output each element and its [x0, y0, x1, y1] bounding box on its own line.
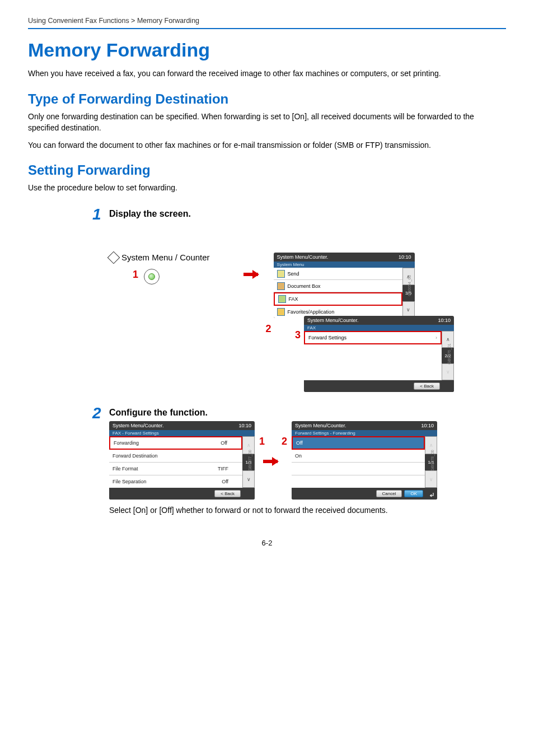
- step-2-note: Select [On] or [Off] whether to forward …: [109, 505, 506, 516]
- row-forward-destination[interactable]: Forward Destination: [109, 450, 242, 463]
- screen-system-menu: System Menu/Counter. 10:10 System Menu S…: [274, 253, 415, 318]
- scroll-down-button[interactable]: ∨: [425, 470, 437, 488]
- screen-b-header: System Menu/Counter.: [307, 318, 359, 323]
- screen-b-crumb: FAX: [304, 325, 454, 331]
- send-icon: [277, 270, 285, 278]
- page-title: Memory Forwarding: [28, 39, 506, 61]
- section-type-p2: You can forward the document to other fa…: [28, 140, 506, 151]
- ok-button[interactable]: OK: [404, 490, 423, 497]
- step-number-1: 1: [92, 206, 101, 223]
- screen-b-time: 10:10: [438, 318, 451, 323]
- system-menu-counter-label: System Menu / Counter: [109, 253, 210, 262]
- step2-marker-2: 2: [282, 436, 287, 447]
- back-button[interactable]: < Back: [214, 490, 241, 497]
- option-on[interactable]: On: [292, 450, 425, 463]
- physical-button[interactable]: [144, 269, 160, 284]
- scroll-down-button[interactable]: ∨: [442, 363, 454, 380]
- fax-icon: [278, 295, 286, 303]
- screen-2b-header: System Menu/Counter.: [295, 423, 346, 428]
- figure-ref-b: GB0376_01: [447, 344, 451, 365]
- menu-item-docbox[interactable]: Document Box: [274, 280, 402, 292]
- scroll-down-button[interactable]: ∨: [242, 470, 255, 488]
- chevron-right-icon: ›: [432, 332, 437, 344]
- empty-row: [292, 463, 425, 475]
- menu-item-send[interactable]: Send: [274, 268, 402, 280]
- menu-item-forward-settings[interactable]: Forward Settings ›: [304, 331, 442, 344]
- breadcrumb: Using Convenient Fax Functions > Memory …: [28, 17, 506, 29]
- star-icon: [277, 308, 285, 316]
- empty-row: [292, 475, 425, 488]
- row-forwarding[interactable]: Forwarding Off: [109, 436, 242, 450]
- screen-forwarding-onoff: System Menu/Counter. 10:10 Forward Setti…: [292, 421, 437, 500]
- enter-icon: [429, 492, 434, 498]
- screen-a-header: System Menu/Counter.: [277, 254, 329, 260]
- button-led-icon: [148, 273, 155, 280]
- step-2-title: Configure the function.: [109, 408, 506, 418]
- section-setting-heading: Setting Forwarding: [28, 162, 506, 178]
- screen-a-crumb: System Menu: [274, 262, 415, 268]
- cancel-button[interactable]: Cancel: [376, 490, 402, 497]
- screen-2b-crumb: Forward Settings - Forwarding: [292, 430, 437, 436]
- figure-ref-2b: GB0378_00: [430, 450, 434, 471]
- back-button[interactable]: < Back: [414, 382, 440, 390]
- diamond-icon: [107, 251, 120, 264]
- step1-marker-3: 3: [295, 329, 301, 341]
- box-icon: [277, 282, 285, 290]
- section-type-heading: Type of Forwarding Destination: [28, 91, 506, 107]
- intro-text: When you have received a fax, you can fo…: [28, 69, 506, 78]
- section-setting-p1: Use the procedure below to set forwardin…: [28, 183, 506, 194]
- step2-marker-1: 1: [259, 436, 265, 447]
- screen-2a-time: 10:10: [238, 423, 251, 428]
- screen-fax-forward: System Menu/Counter. 10:10 FAX Forward S…: [304, 316, 454, 392]
- section-type-p1: Only one forwarding destination can be s…: [28, 111, 506, 133]
- screen-a-time: 10:10: [399, 254, 411, 260]
- arrow-right-icon: [243, 270, 264, 278]
- menu-item-fax[interactable]: FAX: [274, 292, 402, 306]
- row-file-format[interactable]: File Format TIFF: [109, 463, 242, 475]
- step-1-title: Display the screen.: [109, 209, 506, 219]
- step1-marker-1: 1: [133, 269, 138, 281]
- figure-ref-2a: GB0377_00: [248, 450, 252, 471]
- figure-ref-a: GB0054_03: [407, 275, 411, 296]
- step-number-2: 2: [92, 404, 101, 422]
- option-off[interactable]: Off: [292, 436, 425, 450]
- row-file-separation[interactable]: File Separation Off: [109, 475, 242, 488]
- screen-2a-header: System Menu/Counter.: [113, 423, 164, 428]
- arrow-right-icon: [263, 458, 283, 465]
- screen-2b-time: 10:10: [421, 423, 434, 428]
- page-number: 6-2: [28, 539, 506, 547]
- screen-forward-settings-list: System Menu/Counter. 10:10 FAX - Forward…: [109, 421, 255, 500]
- step1-marker-2: 2: [266, 323, 271, 335]
- screen-2a-crumb: FAX - Forward Settings: [109, 430, 255, 436]
